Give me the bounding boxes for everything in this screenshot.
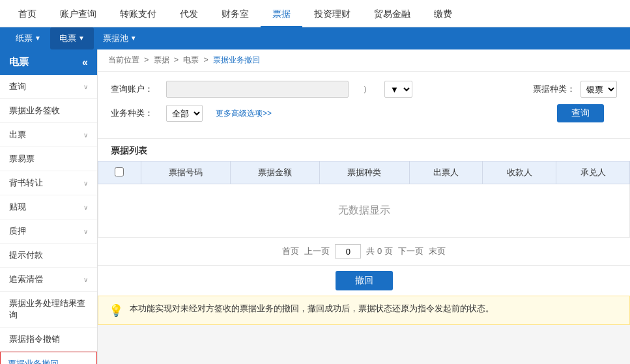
col-issuer: 出票人 — [409, 161, 483, 184]
nav-trade[interactable]: 贸易金融 — [362, 0, 422, 27]
nav-finance[interactable]: 财务室 — [210, 0, 261, 27]
sidebar-item-issue-arrow: ∨ — [83, 132, 88, 139]
more-options-link[interactable]: 更多高级选项>> — [216, 108, 272, 119]
select-all-checkbox[interactable] — [115, 167, 124, 176]
sidebar-item-prompt-payment[interactable]: 提示付款 — [0, 244, 97, 268]
col-bill-number: 票据号码 — [141, 161, 230, 184]
subnav-e-bill-arrow: ▼ — [78, 27, 85, 49]
bill-table: 票据号码 票据金额 票据种类 出票人 收款人 承兑人 无数据显示 — [98, 161, 630, 238]
nav-proxy[interactable]: 代发 — [168, 0, 210, 27]
sidebar-item-result-query[interactable]: 票据业务处理结果查询 — [0, 292, 97, 328]
prev-page-link[interactable]: 上一页 — [304, 245, 330, 257]
action-area: 撤回 — [98, 265, 630, 296]
nav-transfer[interactable]: 转账支付 — [108, 0, 168, 27]
nav-bills[interactable]: 票据 — [261, 0, 302, 27]
table-header-row: 票据号码 票据金额 票据种类 出票人 收款人 承兑人 — [98, 161, 630, 184]
sidebar-item-piaoyi[interactable]: 票易票 — [0, 147, 97, 171]
main-layout: 电票 « 查询 ∨ 票据业务签收 出票 ∨ 票易票 背书转让 ∨ 贴现 ∨ 质押… — [0, 49, 630, 364]
info-icon: 💡 — [109, 303, 123, 318]
subnav-bill-pool-arrow: ▼ — [130, 27, 137, 49]
business-type-select[interactable]: 全部 — [166, 105, 203, 122]
no-data-row: 无数据显示 — [98, 184, 630, 238]
sidebar-item-endorse[interactable]: 背书转让 ∨ — [0, 171, 97, 195]
query-account-input[interactable] — [166, 81, 349, 98]
breadcrumb-withdraw: 票据业务撤回 — [213, 55, 260, 64]
col-acceptor: 承兑人 — [556, 161, 630, 184]
bill-type-label: 票据种类： — [533, 83, 575, 95]
breadcrumb-e-bills: 电票 — [183, 55, 199, 64]
sidebar-item-pledge[interactable]: 质押 ∨ — [0, 219, 97, 244]
current-page-input[interactable] — [335, 244, 361, 259]
withdraw-button[interactable]: 撤回 — [336, 271, 393, 290]
col-checkbox — [98, 161, 141, 184]
nav-payment[interactable]: 缴费 — [422, 0, 464, 27]
query-account-select[interactable]: ▼ — [384, 81, 412, 98]
sidebar-item-sign[interactable]: 票据业务签收 — [0, 99, 97, 123]
sidebar-item-issue[interactable]: 出票 ∨ — [0, 123, 97, 147]
sidebar-item-discount[interactable]: 贴现 ∨ — [0, 195, 97, 219]
first-page-link[interactable]: 首页 — [282, 245, 299, 257]
form-row-business-type: 业务种类： 全部 更多高级选项>> 查询 — [111, 104, 617, 122]
nav-home[interactable]: 首页 — [7, 0, 48, 27]
col-payee: 收款人 — [483, 161, 556, 184]
sidebar-item-cancel-order[interactable]: 票据指令撤销 — [0, 328, 97, 352]
sidebar-collapse-icon[interactable]: « — [82, 57, 88, 68]
subnav-paper-bill-arrow: ▼ — [35, 27, 41, 49]
no-data-text: 无数据显示 — [98, 184, 630, 238]
subnav-paper-bill[interactable]: 纸票 ▼ — [7, 27, 50, 49]
table-title: 票据列表 — [98, 139, 630, 161]
total-pages-text: 共 0 页 — [366, 245, 392, 257]
form-row-account: 查询账户： ） ▼ 票据种类： 银票 — [111, 81, 617, 98]
sidebar-item-query[interactable]: 查询 ∨ — [0, 75, 97, 99]
pagination: 首页 上一页 共 0 页 下一页 末页 — [98, 238, 630, 265]
business-type-label: 业务种类： — [111, 107, 153, 119]
breadcrumb-bills: 票据 — [154, 55, 169, 64]
subnav-bill-pool[interactable]: 票据池 ▼ — [94, 27, 146, 49]
sidebar-item-query-arrow: ∨ — [83, 83, 88, 91]
bill-type-select[interactable]: 银票 — [580, 81, 617, 98]
sidebar-item-endorse-arrow: ∨ — [83, 180, 88, 187]
sidebar-header: 电票 « — [0, 49, 97, 75]
sidebar-item-discount-arrow: ∨ — [83, 204, 88, 211]
sidebar-item-recourse-arrow: ∨ — [83, 276, 88, 283]
breadcrumb: 当前位置 > 票据 > 电票 > 票据业务撤回 — [98, 49, 630, 72]
top-nav: 首页 账户查询 转账支付 代发 财务室 票据 投资理财 贸易金融 缴费 — [0, 0, 630, 27]
breadcrumb-current-pos: 当前位置 — [108, 55, 139, 64]
bill-type-group: 票据种类： 银票 — [533, 81, 617, 98]
query-button[interactable]: 查询 — [557, 104, 604, 122]
sidebar-item-withdraw[interactable]: 票据业务撤回 — [0, 352, 97, 364]
nav-investment[interactable]: 投资理财 — [302, 0, 362, 27]
col-bill-type: 票据种类 — [320, 161, 409, 184]
last-page-link[interactable]: 末页 — [429, 245, 446, 257]
nav-account-query[interactable]: 账户查询 — [48, 0, 108, 27]
sidebar-title: 电票 — [9, 56, 29, 68]
next-page-link[interactable]: 下一页 — [398, 245, 423, 257]
info-bar: 💡 本功能实现对未经对方签收的票据业务的撤回，撤回成功后，票据状态还原为指令发起… — [98, 296, 630, 325]
col-bill-amount: 票据金额 — [231, 161, 320, 184]
sidebar-item-pledge-arrow: ∨ — [83, 228, 88, 235]
subnav-e-bill[interactable]: 电票 ▼ — [50, 27, 94, 49]
info-text: 本功能实现对未经对方签收的票据业务的撤回，撤回成功后，票据状态还原为指令发起前的… — [130, 303, 494, 315]
sub-nav: 纸票 ▼ 电票 ▼ 票据池 ▼ — [0, 27, 630, 49]
table-area: 票据列表 票据号码 票据金额 票据种类 出票人 收款人 承兑人 无数据显 — [98, 139, 630, 238]
sidebar: 电票 « 查询 ∨ 票据业务签收 出票 ∨ 票易票 背书转让 ∨ 贴现 ∨ 质押… — [0, 49, 98, 364]
form-area: 查询账户： ） ▼ 票据种类： 银票 业务种类： 全部 更多高级选项> — [98, 72, 630, 139]
sidebar-item-recourse[interactable]: 追索清偿 ∨ — [0, 268, 97, 292]
content-area: 当前位置 > 票据 > 电票 > 票据业务撤回 查询账户： ） ▼ 票据种类： — [98, 49, 630, 364]
query-account-label: 查询账户： — [111, 83, 153, 95]
